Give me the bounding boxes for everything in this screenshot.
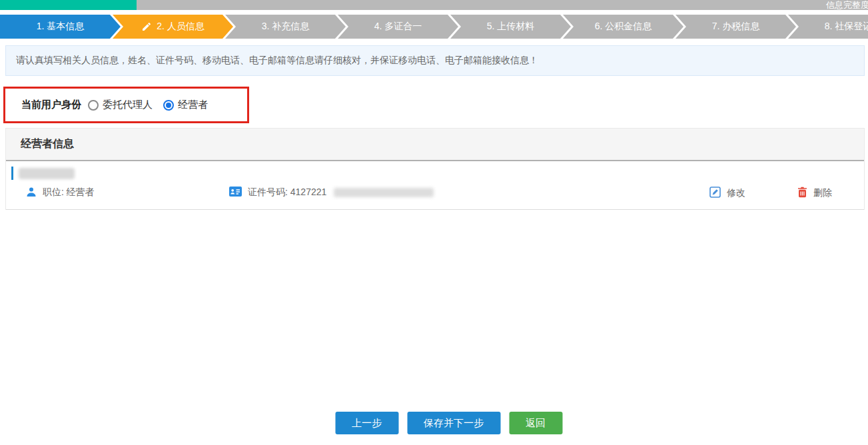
id-number-redacted — [334, 188, 434, 197]
radio-icon[interactable] — [163, 100, 174, 111]
pencil-icon — [141, 21, 152, 32]
modify-button[interactable]: 修改 — [709, 187, 745, 200]
radio-option-label: 经营者 — [178, 99, 208, 111]
identity-radio-group: 当前用户身份 委托代理人 经营者 — [3, 87, 249, 123]
id-number-field: 证件号码: 4127221 — [229, 187, 434, 199]
previous-step-button[interactable]: 上一步 — [335, 412, 398, 434]
id-card-icon — [229, 187, 242, 199]
delete-label: 删除 — [813, 187, 832, 199]
step-tab-personnel-info[interactable]: 2. 人员信息 — [113, 15, 233, 39]
step-tab-upload-materials[interactable]: 5. 上传材料 — [450, 15, 571, 39]
identity-label: 当前用户身份 — [21, 99, 81, 111]
name-accent-bar — [11, 167, 13, 180]
delete-button[interactable]: 删除 — [797, 187, 832, 200]
step-tab-basic-info[interactable]: 1. 基本信息 — [0, 15, 121, 39]
operator-info-section: 经营者信息 职位: 经营者 证件号码: 4127221 — [5, 128, 865, 210]
footer-actions: 上一步 保存并下一步 返回 — [335, 412, 562, 434]
completeness-progress-fill — [0, 0, 137, 10]
radio-option-operator[interactable]: 经营者 — [163, 99, 208, 111]
step-tab-social-security[interactable]: 8. 社保登记 — [788, 15, 868, 39]
step-tab-label: 7. 办税信息 — [712, 21, 760, 33]
operator-name-redacted — [19, 168, 75, 179]
position-field: 职位: 经营者 — [26, 187, 229, 199]
step-tab-label: 4. 多证合一 — [374, 21, 422, 33]
edit-icon — [709, 187, 721, 200]
operator-list-item: 职位: 经营者 证件号码: 4127221 修改 — [6, 161, 864, 210]
step-tab-label: 5. 上传材料 — [487, 21, 535, 33]
step-tab-tax-info[interactable]: 7. 办税信息 — [675, 15, 796, 39]
step-tab-supplementary-info[interactable]: 3. 补充信息 — [225, 15, 346, 39]
trash-icon — [797, 187, 807, 200]
section-title: 经营者信息 — [6, 129, 864, 161]
completeness-progress-bar: 信息完整度 — [0, 0, 868, 10]
step-tab-label: 6. 公积金信息 — [595, 21, 652, 33]
position-text: 职位: 经营者 — [43, 187, 95, 199]
step-tab-label: 1. 基本信息 — [37, 21, 85, 33]
modify-label: 修改 — [727, 187, 745, 199]
radio-option-agent[interactable]: 委托代理人 — [88, 99, 153, 111]
step-tab-provident-fund[interactable]: 6. 公积金信息 — [563, 15, 683, 39]
notice-bar: 请认真填写相关人员信息，姓名、证件号码、移动电话、电子邮箱等信息请仔细核对，并保… — [5, 45, 865, 76]
radio-option-label: 委托代理人 — [103, 99, 153, 111]
step-tabs: 1. 基本信息 2. 人员信息 3. 补充信息 4. 多证合一 5. 上传材料 … — [0, 15, 868, 39]
radio-icon[interactable] — [88, 100, 99, 111]
completeness-label: 信息完整度 — [826, 0, 868, 10]
step-tab-label: 2. 人员信息 — [157, 21, 205, 33]
notice-text: 请认真填写相关人员信息，姓名、证件号码、移动电话、电子邮箱等信息请仔细核对，并保… — [16, 55, 538, 65]
save-and-next-button[interactable]: 保存并下一步 — [407, 412, 500, 434]
id-number-text: 证件号码: 4127221 — [248, 187, 326, 199]
step-tab-label: 8. 社保登记 — [825, 21, 868, 33]
step-tab-label: 3. 补充信息 — [262, 21, 310, 33]
step-tab-multi-certificate[interactable]: 4. 多证合一 — [338, 15, 458, 39]
back-button[interactable]: 返回 — [509, 412, 562, 434]
registration-wizard-page: 信息完整度 1. 基本信息 2. 人员信息 3. 补充信息 4. 多证合一 5.… — [0, 0, 868, 445]
person-icon — [26, 187, 37, 199]
operator-name-line — [11, 166, 864, 181]
